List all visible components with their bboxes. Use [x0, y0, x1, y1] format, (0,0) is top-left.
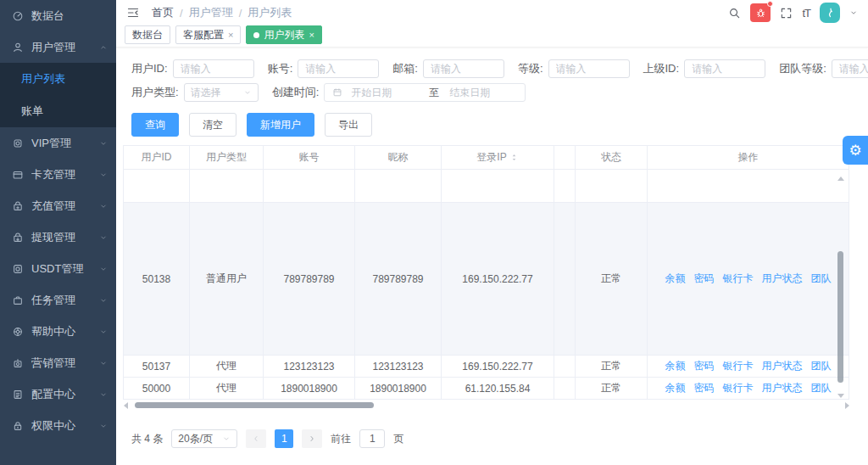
- tab-dashboard[interactable]: 数据台: [125, 25, 170, 44]
- tab-customer-service-config[interactable]: 客服配置 ×: [175, 25, 241, 44]
- password-link[interactable]: 密码: [694, 382, 715, 394]
- cell-status: 正常: [576, 203, 648, 356]
- password-link[interactable]: 密码: [694, 360, 715, 372]
- user-status-link[interactable]: 用户状态: [762, 272, 803, 284]
- main-area: 首页 / 用户管理 / 用户列表 tT: [116, 0, 868, 465]
- sidebar-item-user-list[interactable]: 用户列表: [0, 63, 116, 95]
- fullscreen-icon[interactable]: [780, 7, 793, 20]
- filter-label: 团队等级:: [779, 61, 826, 76]
- clear-button[interactable]: 清空: [189, 113, 236, 137]
- search-button[interactable]: 查询: [131, 113, 179, 137]
- bank-card-link[interactable]: 银行卡: [723, 360, 754, 372]
- sidebar-item-permission-center[interactable]: 权限中心: [0, 410, 116, 441]
- sidebar-item-task-management[interactable]: 任务管理: [0, 284, 116, 316]
- page-size-select[interactable]: 20条/页: [171, 429, 237, 448]
- chevron-down-icon: [99, 359, 108, 367]
- user-menu-chevron-down-icon[interactable]: [849, 8, 858, 17]
- sidebar-item-withdraw-management[interactable]: 提现管理: [0, 221, 116, 253]
- close-icon[interactable]: ×: [228, 31, 233, 40]
- balance-link[interactable]: 余额: [665, 382, 686, 394]
- sidebar-subitem-label: 账单: [21, 104, 43, 117]
- close-icon[interactable]: ×: [309, 31, 314, 40]
- settings-gear-button[interactable]: ⚙: [843, 136, 868, 165]
- current-page-button[interactable]: 1: [275, 429, 293, 448]
- chevron-down-icon: [99, 265, 108, 273]
- font-size-icon[interactable]: tT: [802, 7, 810, 20]
- sidebar-item-label: 配置中心: [31, 387, 99, 402]
- cell-user-type: 普通用户: [190, 203, 264, 356]
- start-date-input[interactable]: 开始日期: [351, 86, 419, 100]
- export-button[interactable]: 导出: [325, 113, 372, 137]
- chevron-down-icon: [99, 139, 108, 148]
- user-type-select[interactable]: 请选择: [184, 83, 259, 102]
- filter-row-2: 用户类型: 请选择 创建时间: 开始日期 至 结束日期: [131, 83, 868, 102]
- date-range-picker[interactable]: 开始日期 至 结束日期: [324, 83, 526, 102]
- total-count: 共 4 条: [131, 432, 163, 446]
- prev-page-button[interactable]: [246, 429, 266, 448]
- cell-empty: [124, 170, 190, 203]
- sidebar-item-bills[interactable]: 账单: [0, 95, 116, 127]
- sidebar-item-user-management[interactable]: 用户管理: [0, 31, 116, 63]
- cell-nickname: 123123123: [355, 356, 442, 378]
- sidebar-item-usdt-management[interactable]: USDT管理: [0, 253, 116, 284]
- tab-bar: 数据台 客服配置 × 用户列表 ×: [116, 25, 868, 48]
- team-level-input[interactable]: [832, 59, 868, 78]
- team-link[interactable]: 团队: [811, 382, 832, 394]
- chevron-down-icon: [243, 88, 252, 97]
- bank-card-link[interactable]: 银行卡: [723, 272, 754, 284]
- user-status-link[interactable]: 用户状态: [762, 360, 803, 372]
- next-page-button[interactable]: [302, 429, 322, 448]
- sidebar-item-recharge-management[interactable]: 充值管理: [0, 190, 116, 221]
- vertical-scrollbar-thumb[interactable]: [837, 251, 843, 383]
- scroll-left-arrow[interactable]: [124, 402, 128, 409]
- calendar-icon: [332, 87, 342, 98]
- sidebar-item-vip-management[interactable]: VIP管理: [0, 127, 116, 159]
- password-link[interactable]: 密码: [694, 272, 715, 284]
- filter-parent-id: 上级ID:: [643, 59, 766, 78]
- user-status-link[interactable]: 用户状态: [762, 382, 803, 394]
- cell-user-type: 代理: [190, 378, 264, 400]
- team-link[interactable]: 团队: [811, 360, 832, 372]
- table-header-row: 用户ID 用户类型 账号 昵称 登录IP 状态: [124, 146, 849, 170]
- sidebar-item-marketing-management[interactable]: 营销管理: [0, 347, 116, 378]
- balance-link[interactable]: 余额: [665, 360, 686, 372]
- search-icon[interactable]: [728, 7, 741, 20]
- sort-icon[interactable]: [509, 153, 519, 162]
- avatar[interactable]: [820, 3, 840, 23]
- marketing-icon: [12, 357, 24, 369]
- sidebar-item-dashboard[interactable]: 数据台: [0, 0, 116, 31]
- sidebar-item-label: 卡充管理: [31, 167, 99, 182]
- scroll-right-arrow[interactable]: [845, 402, 849, 409]
- sidebar-item-card-recharge-management[interactable]: 卡充管理: [0, 159, 116, 190]
- cell-empty: [576, 170, 648, 203]
- scroll-up-arrow[interactable]: [837, 176, 844, 181]
- cell-operations: 余额密码银行卡用户状态团队: [648, 203, 849, 356]
- parent-id-input[interactable]: [684, 59, 765, 78]
- select-placeholder: 请选择: [191, 86, 221, 100]
- breadcrumb-separator: /: [239, 7, 242, 20]
- breadcrumb-user-management[interactable]: 用户管理: [189, 5, 233, 20]
- horizontal-scrollbar-thumb[interactable]: [135, 402, 374, 408]
- filter-email: 邮箱:: [392, 59, 504, 78]
- goto-page-input[interactable]: [359, 429, 385, 448]
- sidebar-collapse-icon[interactable]: [126, 6, 140, 20]
- end-date-input[interactable]: 结束日期: [449, 86, 517, 100]
- bank-card-link[interactable]: 银行卡: [723, 382, 754, 394]
- notification-button[interactable]: [750, 3, 771, 22]
- tab-user-list[interactable]: 用户列表 ×: [246, 25, 321, 44]
- vip-icon: [12, 137, 24, 149]
- sidebar-item-help-center[interactable]: 帮助中心: [0, 316, 116, 347]
- email-input[interactable]: [423, 59, 504, 78]
- account-input[interactable]: [298, 59, 379, 78]
- sidebar-item-label: 充值管理: [31, 199, 99, 214]
- sidebar-item-config-center[interactable]: 配置中心: [0, 378, 116, 410]
- user-id-input[interactable]: [173, 59, 254, 78]
- team-link[interactable]: 团队: [811, 272, 832, 284]
- scroll-down-arrow[interactable]: [837, 394, 844, 398]
- level-input[interactable]: [548, 59, 630, 78]
- sidebar-item-label: 帮助中心: [31, 324, 99, 339]
- balance-link[interactable]: 余额: [665, 272, 686, 284]
- add-user-button[interactable]: 新增用户: [247, 113, 314, 137]
- table-row: 50000 代理 1890018900 1890018900 61.120.15…: [124, 378, 849, 400]
- breadcrumb-home[interactable]: 首页: [152, 5, 174, 20]
